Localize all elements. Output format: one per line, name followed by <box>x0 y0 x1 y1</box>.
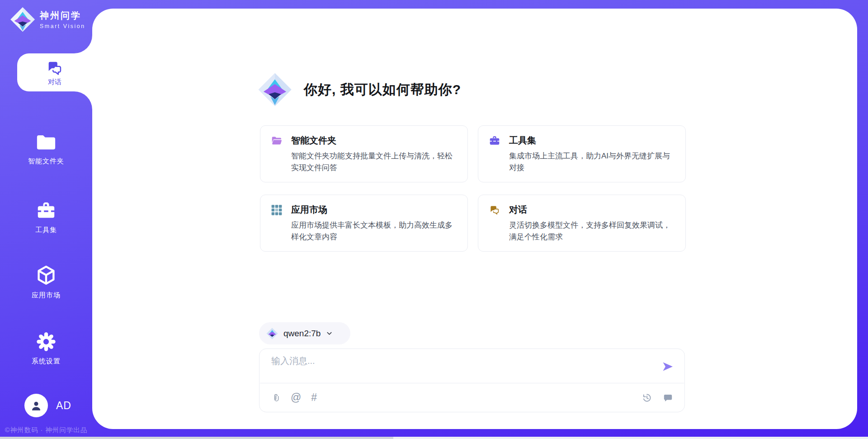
history-button[interactable] <box>642 392 652 403</box>
horizontal-scrollbar[interactable] <box>0 437 868 439</box>
card-title: 对话 <box>509 204 527 216</box>
copyright-text: ©神州数码 · 神州问学出品 <box>0 426 92 434</box>
sidebar-item-label: 对话 <box>48 78 61 86</box>
message-input[interactable] <box>271 355 659 378</box>
assistant-diamond-icon <box>258 72 292 107</box>
feature-cards: 智能文件夹 智能文件夹功能支持批量文件上传与清洗，轻松实现文件问答 工具集 集成… <box>260 125 686 252</box>
brand-diamond-icon <box>266 328 278 339</box>
model-name: qwen2:7b <box>283 329 321 339</box>
greeting-section: 你好, 我可以如何帮助你? <box>258 72 461 107</box>
card-title: 应用市场 <box>291 204 327 216</box>
card-app-market[interactable]: 应用市场 应用市场提供丰富长文本模板，助力高效生成多样化文章内容 <box>260 195 468 252</box>
gear-icon <box>36 331 57 352</box>
topic-button[interactable]: # <box>311 392 317 403</box>
card-description: 集成市场上主流工具，助力AI与外界无缝扩展与对接 <box>489 150 675 174</box>
feedback-button[interactable] <box>662 392 673 403</box>
sidebar-item-label: 系统设置 <box>0 357 92 366</box>
user-profile[interactable]: AD <box>24 394 71 417</box>
sidebar-item-chat[interactable]: 对话 <box>17 53 92 91</box>
tab-curve-top <box>74 35 92 53</box>
sidebar-item-label: 应用市场 <box>0 291 92 300</box>
card-description: 智能文件夹功能支持批量文件上传与清洗，轻松实现文件问答 <box>271 150 457 174</box>
chat-bubbles-icon <box>46 59 64 77</box>
card-smart-folders[interactable]: 智能文件夹 智能文件夹功能支持批量文件上传与清洗，轻松实现文件问答 <box>260 125 468 182</box>
chevron-down-icon <box>326 330 333 337</box>
model-selector[interactable]: qwen2:7b <box>259 322 350 344</box>
scrollbar-thumb[interactable] <box>0 437 393 439</box>
brand-logo: 神州问学 Smart Vision <box>10 7 85 32</box>
paper-plane-icon <box>661 360 675 373</box>
mention-button[interactable]: @ <box>291 392 301 403</box>
sidebar: 神州问学 Smart Vision 对话 智能文件夹 <box>0 0 92 439</box>
folder-icon <box>36 133 57 152</box>
sidebar-item-label: 工具集 <box>0 226 92 234</box>
tab-curve-bottom <box>74 91 92 110</box>
card-description: 灵活切换多模型文件，支持多样回复效果调试，满足个性化需求 <box>489 220 675 243</box>
brand-subtitle: Smart Vision <box>40 23 85 29</box>
card-description: 应用市场提供丰富长文本模板，助力高效生成多样化文章内容 <box>271 220 457 243</box>
sidebar-item-toolset[interactable]: 工具集 <box>0 200 92 234</box>
user-initials: AD <box>56 400 71 412</box>
send-button[interactable] <box>659 358 676 376</box>
toolbox-icon <box>36 200 57 221</box>
attach-file-button[interactable] <box>271 392 281 403</box>
history-icon <box>642 392 652 403</box>
brand-name: 神州问学 <box>40 10 85 22</box>
person-icon <box>29 399 43 412</box>
feedback-bubble-icon <box>662 392 673 403</box>
card-toolset[interactable]: 工具集 集成市场上主流工具，助力AI与外界无缝扩展与对接 <box>478 125 686 182</box>
message-composer: @ # <box>259 348 685 412</box>
paperclip-icon <box>271 392 281 403</box>
toolbox-icon <box>489 135 500 147</box>
hash-icon: # <box>311 392 317 403</box>
sidebar-item-settings[interactable]: 系统设置 <box>0 331 92 366</box>
sidebar-item-label: 智能文件夹 <box>0 157 92 166</box>
sidebar-item-app-market[interactable]: 应用市场 <box>0 264 92 300</box>
card-title: 智能文件夹 <box>291 134 336 147</box>
cube-icon <box>35 264 57 286</box>
card-chat[interactable]: 对话 灵活切换多模型文件，支持多样回复效果调试，满足个性化需求 <box>478 195 686 252</box>
folder-open-icon <box>271 135 283 147</box>
card-title: 工具集 <box>509 134 536 147</box>
at-sign-icon: @ <box>291 392 301 403</box>
grid-icon <box>271 204 283 216</box>
chat-bubbles-icon <box>489 204 500 216</box>
greeting-title: 你好, 我可以如何帮助你? <box>304 81 461 99</box>
avatar <box>24 394 48 417</box>
brand-diamond-icon <box>10 7 35 32</box>
sidebar-item-smart-folders[interactable]: 智能文件夹 <box>0 133 92 166</box>
